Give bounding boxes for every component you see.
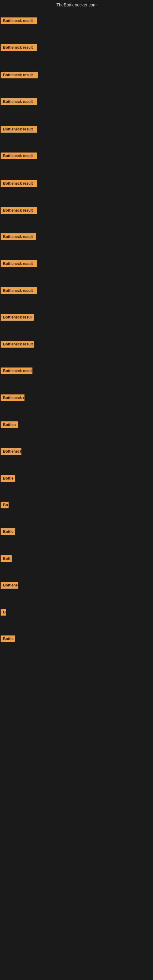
bottleneck-badge: Bottleneck result (1, 260, 37, 267)
bottleneck-badge: B (1, 609, 6, 616)
bottleneck-badge: Bottlene (1, 582, 18, 589)
bottleneck-badge: Bottleneck result (1, 18, 37, 24)
bottleneck-badge: Bottleneck result (1, 44, 37, 51)
bottleneck-badge: Bottle (1, 475, 15, 482)
bottleneck-badge: Bottleneck result (1, 207, 37, 214)
bottleneck-badge: Bottleneck result (1, 233, 36, 240)
bottleneck-badge: Bottleneck result (1, 153, 37, 159)
bottleneck-badge: Bott (1, 555, 12, 562)
bottleneck-badge: Bottleneck result (1, 126, 37, 133)
bottleneck-badge: Bottleneck result (1, 98, 37, 105)
bottleneck-badge: Bottleneck resul (1, 368, 32, 374)
bottleneck-badge: Bottlen (1, 422, 18, 428)
bottleneck-badge: Bottleneck (1, 448, 21, 455)
bottleneck-badge: Bo (1, 502, 9, 508)
bottleneck-badge: Bottle (1, 528, 15, 535)
bottleneck-badge: Bottleneck result (1, 72, 38, 78)
bottleneck-badge: Bottleneck resul (1, 314, 33, 321)
bottleneck-badge: Bottleneck result (1, 287, 37, 294)
bottleneck-badge: Bottleneck result (1, 341, 34, 348)
bottleneck-badge: Bottleneck result (1, 180, 37, 187)
bottleneck-badge: Bottleneck r (1, 395, 24, 401)
site-title: TheBottlenecker.com (0, 0, 153, 10)
bottleneck-badge: Bottle (1, 635, 15, 642)
